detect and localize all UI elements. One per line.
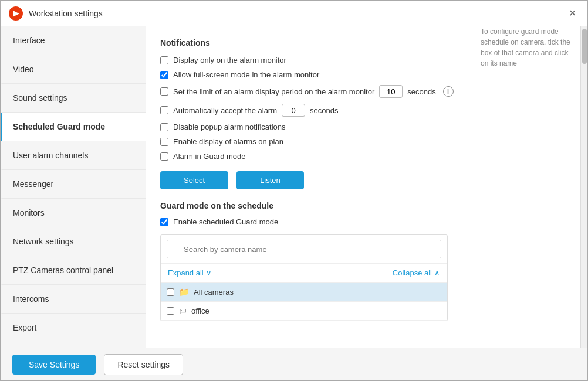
label-display-alarm: Display only on the alarm monitor — [173, 56, 286, 64]
chevron-down-icon: ∨ — [206, 268, 212, 277]
content-scroll-wrapper: Notifications Display only on the alarm … — [146, 26, 587, 348]
checkbox-row-auto-accept: Automatically accept the alarm seconds — [160, 104, 566, 117]
notification-buttons-row: Select Listen — [160, 171, 566, 189]
label-auto-accept: Automatically accept the alarm — [173, 106, 277, 115]
camera-name-all[interactable]: All cameras — [194, 288, 234, 297]
label-enable-guard: Enable scheduled Guard mode — [173, 217, 278, 226]
main-content: Interface Video Sound settings Scheduled… — [1, 26, 587, 348]
checkbox-disable-popup[interactable] — [160, 123, 168, 131]
label-disable-popup: Disable popup alarm notifications — [173, 123, 286, 131]
scrollbar-thumb[interactable] — [582, 29, 587, 64]
checkbox-display-alarm[interactable] — [160, 56, 168, 64]
camera-search-input[interactable] — [167, 240, 441, 258]
guard-mode-title: Guard mode on the schedule — [160, 201, 566, 210]
reset-settings-button[interactable]: Reset settings — [104, 354, 183, 375]
checkbox-row-enable-display: Enable display of alarms on plan — [160, 137, 566, 146]
camera-list-container: 🔍 Expand all ∨ Collapse all — [160, 234, 448, 321]
checkbox-enable-display[interactable] — [160, 138, 168, 146]
sidebar-item-intercoms[interactable]: Intercoms — [1, 285, 146, 314]
limit-seconds-input[interactable] — [379, 85, 403, 98]
app-icon: ▶ — [9, 6, 23, 21]
checkbox-row-disable-popup: Disable popup alarm notifications — [160, 123, 566, 131]
close-button[interactable]: ✕ — [565, 6, 579, 21]
search-wrapper: 🔍 — [161, 235, 447, 264]
accept-seconds-input[interactable] — [282, 104, 305, 117]
footer-bar: Save Settings Reset settings — [1, 348, 587, 380]
dialog-title: Workstation settings — [29, 9, 103, 18]
sidebar-item-messenger[interactable]: Messenger — [1, 170, 146, 199]
expand-collapse-row: Expand all ∨ Collapse all ∧ — [161, 264, 447, 283]
checkbox-auto-accept[interactable] — [160, 106, 168, 114]
collapse-all-link[interactable]: Collapse all ∧ — [304, 268, 440, 277]
accept-seconds-label: seconds — [310, 106, 338, 115]
sidebar-item-export[interactable]: Export — [1, 314, 146, 342]
checkbox-fullscreen[interactable] — [160, 71, 168, 79]
title-bar: ▶ Workstation settings ✕ — [1, 1, 587, 26]
label-fullscreen: Allow full-screen mode in the alarm moni… — [173, 70, 319, 79]
checkbox-office[interactable] — [167, 307, 174, 315]
sidebar-item-monitors[interactable]: Monitors — [1, 199, 146, 227]
select-button[interactable]: Select — [160, 171, 228, 189]
sidebar-item-scheduled-guard-mode[interactable]: Scheduled Guard mode — [1, 113, 146, 141]
checkbox-all-cameras[interactable] — [167, 288, 174, 296]
scrollbar-track[interactable] — [580, 26, 587, 348]
save-settings-button[interactable]: Save Settings — [12, 355, 96, 375]
label-alarm-guard: Alarm in Guard mode — [173, 152, 246, 161]
info-icon[interactable]: i — [443, 86, 454, 97]
label-enable-display: Enable display of alarms on plan — [173, 137, 283, 146]
guard-mode-body: 🔍 Expand all ∨ Collapse all — [160, 234, 566, 321]
label-set-limit: Set the limit of an alarm display period… — [173, 87, 374, 96]
expand-all-link[interactable]: Expand all ∨ — [168, 268, 304, 277]
checkbox-alarm-guard[interactable] — [160, 152, 168, 161]
search-input-wrapper: 🔍 — [167, 240, 441, 258]
camera-row-office: 🏷 office — [161, 302, 447, 321]
checkbox-row-alarm-guard: Alarm in Guard mode — [160, 152, 566, 161]
sidebar-item-video[interactable]: Video — [1, 55, 146, 84]
folder-icon: 📁 — [179, 287, 189, 297]
camera-name-office[interactable]: office — [191, 307, 209, 315]
listen-button[interactable]: Listen — [236, 171, 304, 189]
dialog-workstation-settings: ▶ Workstation settings ✕ Interface Video… — [0, 0, 588, 381]
limit-seconds-label: seconds — [407, 87, 435, 96]
sidebar-item-ptz-cameras[interactable]: PTZ Cameras control panel — [1, 256, 146, 285]
camera-row-all-cameras: 📁 All cameras — [161, 283, 447, 302]
checkbox-row-enable-guard: Enable scheduled Guard mode — [160, 217, 566, 226]
chevron-up-icon: ∧ — [434, 268, 440, 277]
checkbox-row-set-limit: Set the limit of an alarm display period… — [160, 85, 566, 98]
sidebar-item-network-settings[interactable]: Network settings — [1, 227, 146, 256]
sidebar: Interface Video Sound settings Scheduled… — [1, 26, 146, 348]
sidebar-item-interface[interactable]: Interface — [1, 26, 146, 55]
sidebar-item-user-alarm-channels[interactable]: User alarm channels — [1, 141, 146, 170]
checkbox-row-fullscreen: Allow full-screen mode in the alarm moni… — [160, 70, 566, 79]
tag-icon: 🏷 — [179, 307, 187, 315]
content-area: Notifications Display only on the alarm … — [146, 26, 580, 348]
sidebar-item-sound-settings[interactable]: Sound settings — [1, 84, 146, 113]
title-bar-left: ▶ Workstation settings — [9, 6, 103, 21]
guard-mode-section: Guard mode on the schedule Enable schedu… — [160, 201, 566, 321]
guard-mode-hint: To configure guard mode schedule on came… — [481, 26, 575, 69]
checkbox-enable-guard[interactable] — [160, 218, 168, 226]
checkbox-set-limit[interactable] — [160, 87, 168, 96]
